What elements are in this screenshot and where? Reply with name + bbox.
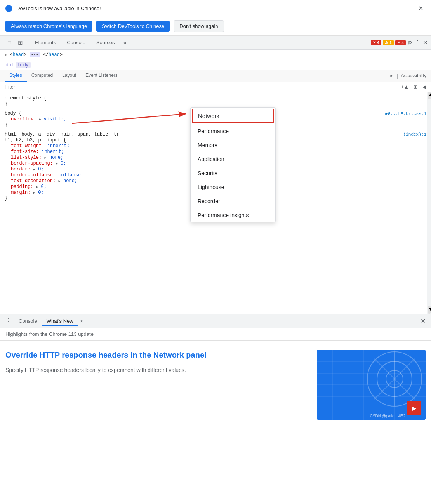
- css-element-style-close: }: [5, 101, 426, 107]
- warning-count: 1: [389, 40, 392, 45]
- dont-show-again-button[interactable]: Don't show again: [174, 20, 224, 32]
- console-dots-icon[interactable]: ⋮: [3, 316, 14, 326]
- menu-item-performance-insights[interactable]: Performance insights: [191, 208, 275, 222]
- css-global-selector2: h1, h2, h3, p, input {: [5, 137, 66, 143]
- css-body-ref: ▶G...LE.br.css:1: [382, 110, 426, 128]
- warning-badge: ⚠ 1: [383, 40, 394, 45]
- more-tabs-dropdown: Network Performance Memory Application S…: [190, 107, 276, 222]
- match-language-button[interactable]: Always match Chrome's language: [5, 21, 92, 32]
- play-button[interactable]: ▶: [407, 401, 421, 415]
- warning-icon: ⚠: [385, 40, 388, 45]
- ctab-close-button[interactable]: ✕: [78, 318, 85, 324]
- whats-new-content: Override HTTP response headers in the Ne…: [0, 341, 431, 500]
- article-thumbnail[interactable]: ▶ CSDN @patient-052: [317, 350, 426, 420]
- cursor-icon[interactable]: ⬚: [3, 37, 15, 49]
- css-global-selector1: html, body, a, div, main, span, table, t…: [5, 132, 119, 137]
- style-tab-bar: Styles Computed Layout Event Listeners e…: [0, 70, 431, 82]
- close-bottom-panel-button[interactable]: ✕: [418, 316, 428, 326]
- dom-tree: ▶ <head> ••• </head>: [0, 50, 431, 60]
- switch-devtools-button[interactable]: Switch DevTools to Chinese: [96, 21, 170, 32]
- thumbnail-watermark: CSDN @patient-052: [370, 414, 405, 418]
- new-style-rule-icon[interactable]: ⊞: [414, 84, 418, 90]
- filter-input[interactable]: [5, 84, 401, 90]
- tab-divider: [28, 39, 28, 47]
- css-element-style-selector: element.style {: [5, 96, 426, 101]
- console-tab-bar: ⋮ Console What's New ✕ ✕: [0, 314, 431, 328]
- tab-right-badges: ✕ 4 ⚠ 1 ✕ 4 ⚙ ⋮ ✕: [371, 39, 428, 46]
- close-notification-button[interactable]: ✕: [416, 4, 426, 13]
- menu-item-recorder[interactable]: Recorder: [191, 194, 275, 208]
- filter-bar: +▲ ⊞ ◀: [0, 82, 431, 92]
- error2-icon: ✕: [397, 40, 400, 45]
- error-icon: ✕: [373, 40, 376, 45]
- notification-bar: i DevTools is now available in Chinese! …: [0, 0, 431, 17]
- menu-item-security[interactable]: Security: [191, 166, 275, 180]
- settings-icon[interactable]: ⚙: [407, 39, 412, 46]
- tab-sources[interactable]: Sources: [91, 37, 120, 48]
- toggle-element-state-icon[interactable]: ◀: [422, 84, 426, 90]
- css-global-ref: (index):1: [400, 131, 426, 202]
- filter-icons: +▲ ⊞ ◀: [401, 84, 426, 90]
- tab-computed[interactable]: Computed: [27, 70, 57, 82]
- breadcrumb-body[interactable]: body: [16, 62, 31, 68]
- kebab-icon[interactable]: ⋮: [415, 39, 421, 46]
- ctab-console[interactable]: Console: [14, 316, 42, 326]
- article-description: Specify HTTP response headers locally to…: [5, 366, 309, 374]
- scroll-thumb-bottom[interactable]: ▼: [428, 306, 431, 314]
- more-tabs-button[interactable]: »: [120, 37, 130, 48]
- scroll-thumb-top[interactable]: ▲: [428, 92, 431, 99]
- tab-styles[interactable]: Styles: [5, 70, 27, 82]
- bottom-panel: ⋮ Console What's New ✕ ✕ Highlights from…: [0, 314, 431, 500]
- article-title: Override HTTP response headers in the Ne…: [5, 350, 309, 360]
- ctab-whats-new[interactable]: What's New: [42, 316, 78, 326]
- language-bar: Always match Chrome's language Switch De…: [0, 17, 431, 36]
- error-count: 4: [377, 40, 379, 45]
- breadcrumb-html[interactable]: html: [5, 62, 14, 68]
- menu-item-application[interactable]: Application: [191, 152, 275, 166]
- breadcrumb: html body: [0, 60, 431, 70]
- menu-item-memory[interactable]: Memory: [191, 138, 275, 152]
- main-scrollbar[interactable]: ▲ ▼: [427, 92, 431, 314]
- highlights-text: Highlights from the Chrome 113 update: [0, 328, 431, 341]
- tab-accessibility[interactable]: Accessibility: [401, 70, 426, 81]
- menu-item-performance[interactable]: Performance: [191, 124, 275, 138]
- add-rule-icon[interactable]: +▲: [401, 84, 409, 90]
- tab-console[interactable]: Console: [61, 37, 91, 48]
- devtools-icons: ⚙ ⋮ ✕: [407, 39, 428, 46]
- close-devtools-icon[interactable]: ✕: [423, 39, 428, 46]
- tab-layout[interactable]: Layout: [57, 70, 81, 82]
- whats-new-article: Override HTTP response headers in the Ne…: [5, 350, 309, 491]
- tab-elements[interactable]: Elements: [30, 37, 61, 48]
- tab-event-listeners[interactable]: Event Listeners: [81, 70, 122, 82]
- device-icon[interactable]: ⊞: [15, 37, 26, 49]
- main-tab-bar: ⬚ ⊞ Elements Console Sources » ✕ 4 ⚠ 1 ✕…: [0, 36, 431, 50]
- error-badge-2: ✕ 4: [395, 40, 406, 45]
- css-body-selector: body {: [5, 111, 21, 116]
- info-icon: i: [5, 5, 12, 12]
- tab-es[interactable]: es: [389, 70, 394, 81]
- expand-head-btn[interactable]: •••: [30, 52, 40, 57]
- error-badge: ✕ 4: [371, 40, 381, 45]
- menu-item-lighthouse[interactable]: Lighthouse: [191, 180, 275, 194]
- menu-item-network[interactable]: Network: [192, 109, 274, 123]
- error-count-2: 4: [401, 40, 404, 45]
- notification-text: DevTools is now available in Chinese!: [16, 5, 412, 11]
